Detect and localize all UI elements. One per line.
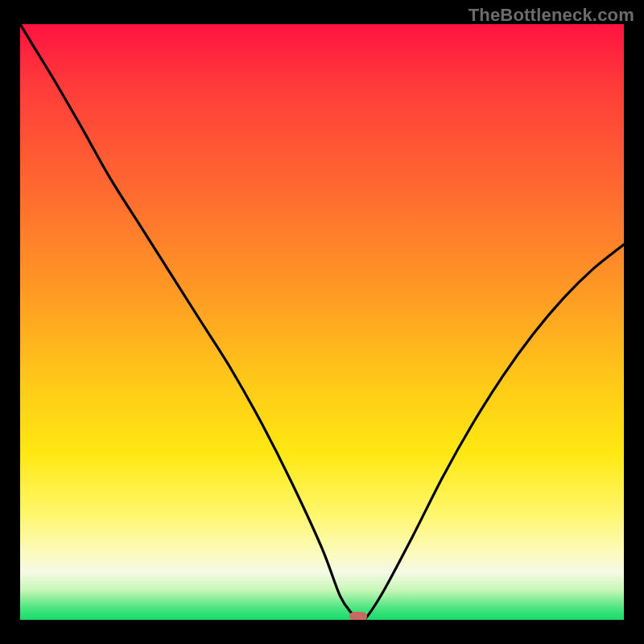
bottleneck-curve: [20, 24, 624, 620]
curve-svg: [20, 24, 624, 620]
plot-area: [20, 24, 624, 620]
watermark-text: TheBottleneck.com: [469, 5, 634, 26]
minimum-marker: [349, 612, 367, 620]
chart-container: TheBottleneck.com: [0, 0, 644, 644]
